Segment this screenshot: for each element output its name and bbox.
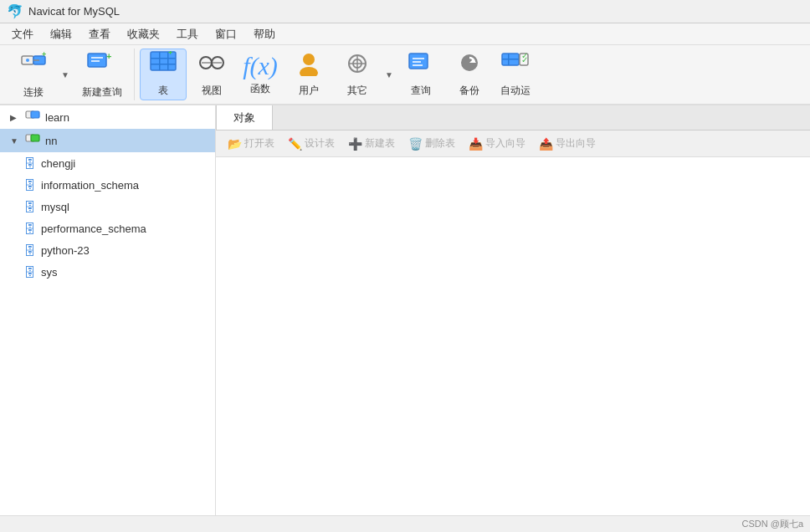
db-icon-sys: 🗄 [23,265,36,279]
status-text: CSDN @顾七a [741,518,803,530]
user-label: 用户 [299,84,319,98]
query-label: 查询 [411,84,431,98]
menu-window[interactable]: 窗口 [207,25,245,43]
svg-point-3 [26,59,29,62]
svg-rect-39 [31,135,39,141]
backup-button[interactable]: 备份 [446,49,493,100]
svg-rect-11 [151,64,176,65]
sidebar-db-information-schema[interactable]: 🗄 information_schema [0,174,215,196]
svg-point-19 [300,67,318,76]
backup-label: 备份 [459,84,479,98]
table-label: 表 [158,84,168,98]
nn-label: nn [45,135,57,147]
design-table-label: 设计表 [305,136,335,151]
menu-file[interactable]: 文件 [3,25,42,43]
new-table-button[interactable]: ➕ 新建表 [343,135,400,152]
svg-point-18 [303,54,315,65]
backup-icon [456,51,483,80]
tab-objects[interactable]: 对象 [216,105,273,130]
design-table-button[interactable]: ✏️ 设计表 [283,135,340,152]
sidebar-db-python23[interactable]: 🗄 python-23 [0,239,215,261]
sidebar-db-sys[interactable]: 🗄 sys [0,261,215,283]
sidebar-item-learn[interactable]: ▶ learn [0,105,215,129]
svg-rect-37 [31,111,39,118]
sidebar-db-performance-schema[interactable]: 🗄 performance_schema [0,217,215,239]
db-icon-mysql: 🗄 [23,200,36,214]
func-icon: f(x) [243,54,278,79]
db-icon-python23: 🗄 [23,243,36,258]
table-button[interactable]: + 表 [140,49,187,100]
view-icon [197,51,226,80]
main-layout: ▶ learn ▼ nn 🗄 chengji [0,105,810,532]
db-icon-chengji: 🗄 [23,156,36,171]
db-label-python23: python-23 [41,244,90,257]
svg-text:+: + [42,50,46,59]
toolbar-group-objects: + 表 视图 f(x) 函数 [136,49,540,100]
svg-text:✓: ✓ [521,51,528,60]
sidebar-db-mysql[interactable]: 🗄 mysql [0,196,215,217]
sidebar-item-nn[interactable]: ▼ nn [0,129,215,152]
connect-label: 连接 [23,85,44,100]
title-bar: 🐬 Navicat for MySQL [0,0,810,23]
db-label-mysql: mysql [41,201,69,213]
new-table-icon: ➕ [348,137,362,151]
learn-label: learn [45,111,69,124]
import-wizard-button[interactable]: 📥 导入向导 [464,135,531,152]
svg-text:+: + [168,51,172,57]
other-button[interactable]: 其它 [334,49,381,100]
svg-rect-24 [409,54,428,69]
other-dropdown[interactable]: ▼ [382,49,396,100]
connect-button[interactable]: + 连接 [10,49,57,100]
learn-connection-icon [25,108,40,126]
view-button[interactable]: 视图 [188,49,235,100]
menu-view[interactable]: 查看 [80,25,119,43]
connect-dropdown[interactable]: ▼ [59,49,72,100]
toolbar-group-connect: + 连接 ▼ + 新建查询 [7,49,135,100]
content-area [216,157,810,532]
menu-tools[interactable]: 工具 [168,25,207,43]
db-icon-performance-schema: 🗄 [23,222,36,236]
svg-rect-12 [159,52,161,70]
sidebar-db-chengji[interactable]: 🗄 chengji [0,152,215,174]
export-wizard-label: 导出向导 [556,136,596,151]
newquery-button[interactable]: + 新建查询 [74,49,131,100]
menu-bar: 文件 编辑 查看 收藏夹 工具 窗口 帮助 [0,23,810,45]
menu-favorites[interactable]: 收藏夹 [119,25,168,43]
svg-rect-10 [151,58,176,59]
query-icon [408,51,434,80]
app-title: Navicat for MySQL [28,5,120,18]
user-icon [295,51,322,80]
menu-edit[interactable]: 编辑 [42,25,80,43]
import-wizard-label: 导入向导 [485,136,525,151]
import-wizard-icon: 📥 [469,137,483,151]
status-bar: CSDN @顾七a [0,515,810,532]
export-wizard-icon: 📤 [539,137,553,151]
svg-rect-5 [88,54,106,67]
connect-icon: + [19,49,48,82]
open-table-button[interactable]: 📂 打开表 [223,135,279,152]
func-button[interactable]: f(x) 函数 [237,49,284,100]
autorun-button[interactable]: ✓ ✓ 自动运 [495,49,536,100]
other-icon [344,51,371,80]
toolbar: + 连接 ▼ + 新建查询 [0,45,810,105]
delete-table-label: 删除表 [425,136,455,151]
open-table-label: 打开表 [244,136,274,151]
func-label: 函数 [250,82,270,96]
nn-connection-icon [25,131,40,150]
tab-bar: 对象 [216,105,810,130]
export-wizard-button[interactable]: 📤 导出向导 [534,135,601,152]
expand-arrow-nn: ▼ [10,136,20,146]
user-button[interactable]: 用户 [285,49,332,100]
svg-rect-32 [508,54,510,65]
autorun-icon: ✓ ✓ [501,51,530,80]
other-label: 其它 [347,84,367,98]
expand-arrow-learn: ▶ [10,113,20,122]
db-icon-information-schema: 🗄 [23,178,36,192]
db-label-information-schema: information_schema [41,179,139,192]
query-button[interactable]: 查询 [397,49,444,100]
menu-help[interactable]: 帮助 [245,25,284,43]
autorun-label: 自动运 [500,84,531,98]
delete-table-icon: 🗑️ [408,137,423,151]
delete-table-button[interactable]: 🗑️ 删除表 [403,135,460,152]
newquery-label: 新建查询 [82,85,122,100]
